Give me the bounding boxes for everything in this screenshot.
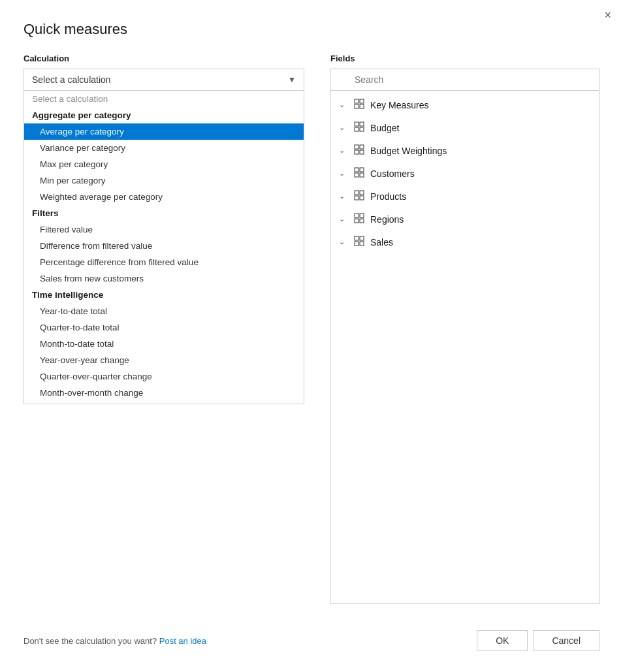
table-icon xyxy=(353,190,365,202)
svg-rect-2 xyxy=(355,104,359,108)
list-item[interactable]: Difference from filtered value xyxy=(24,238,304,254)
dropdown-value: Select a calculation xyxy=(32,74,111,85)
svg-rect-24 xyxy=(355,236,359,240)
svg-rect-0 xyxy=(355,99,359,103)
field-name: Budget Weightings xyxy=(370,146,447,156)
quick-measures-dialog: × Quick measures Calculation Select a ca… xyxy=(0,0,623,672)
list-item[interactable]: Filtered value xyxy=(24,221,304,238)
field-name: Regions xyxy=(370,214,404,225)
svg-rect-18 xyxy=(355,196,359,200)
field-item[interactable]: ⌄ Customers xyxy=(331,162,599,185)
chevron-down-icon: ⌄ xyxy=(339,146,348,155)
svg-rect-11 xyxy=(360,150,364,154)
field-name: Key Measures xyxy=(370,100,428,110)
list-item[interactable]: Max per category xyxy=(24,156,304,172)
svg-rect-7 xyxy=(360,127,364,131)
svg-rect-14 xyxy=(355,173,359,177)
footer: Don't see the calculation you want? Post… xyxy=(24,620,599,651)
calculation-panel: Calculation Select a calculation ▼ Selec… xyxy=(24,54,304,604)
post-idea-link[interactable]: Post an idea xyxy=(159,636,206,646)
field-item[interactable]: ⌄ Regions xyxy=(331,208,599,231)
fields-list: ⌄ Key Measures⌄ Budget⌄ Budget Weighting… xyxy=(330,91,599,604)
field-name: Budget xyxy=(370,123,399,133)
fields-panel: Fields 🔍 ⌄ Key Measures⌄ Budget⌄ Budget … xyxy=(330,54,599,604)
list-group-header: Filters xyxy=(24,205,304,221)
table-icon xyxy=(353,236,365,248)
svg-rect-15 xyxy=(360,173,364,177)
table-icon xyxy=(353,167,365,180)
list-item[interactable]: Average per category xyxy=(24,123,304,140)
svg-rect-21 xyxy=(360,214,364,217)
svg-rect-19 xyxy=(360,196,364,200)
list-item[interactable]: Percentage difference from filtered valu… xyxy=(24,254,304,270)
search-input[interactable] xyxy=(330,69,599,91)
list-item[interactable]: Month-over-month change xyxy=(24,385,304,401)
field-name: Customers xyxy=(370,168,415,179)
list-item[interactable]: Month-to-date total xyxy=(24,336,304,352)
calculation-dropdown[interactable]: Select a calculation ▼ xyxy=(24,69,304,91)
list-item[interactable]: Rolling average xyxy=(24,401,304,404)
footer-hint: Don't see the calculation you want? Post… xyxy=(24,636,206,646)
table-icon xyxy=(353,213,365,225)
svg-rect-3 xyxy=(360,104,364,108)
table-icon xyxy=(353,121,365,134)
dropdown-arrow-icon: ▼ xyxy=(288,75,296,84)
svg-rect-25 xyxy=(360,236,364,240)
list-item[interactable]: Quarter-to-date total xyxy=(24,319,304,336)
list-group-header: Aggregate per category xyxy=(24,107,304,123)
field-item[interactable]: ⌄ Key Measures xyxy=(331,93,599,116)
list-item[interactable]: Weighted average per category xyxy=(24,189,304,205)
calculation-label: Calculation xyxy=(24,54,304,63)
svg-rect-4 xyxy=(355,122,359,126)
table-icon xyxy=(353,99,365,111)
list-item[interactable]: Sales from new customers xyxy=(24,270,304,287)
svg-rect-13 xyxy=(360,168,364,172)
field-item[interactable]: ⌄ Budget xyxy=(331,116,599,139)
svg-rect-5 xyxy=(360,122,364,126)
list-item[interactable]: Min per category xyxy=(24,172,304,189)
svg-rect-6 xyxy=(355,127,359,131)
svg-rect-9 xyxy=(360,145,364,149)
svg-rect-26 xyxy=(355,242,359,246)
svg-rect-12 xyxy=(355,168,359,172)
list-item[interactable]: Quarter-over-quarter change xyxy=(24,368,304,385)
svg-rect-16 xyxy=(355,191,359,195)
svg-rect-27 xyxy=(360,242,364,246)
content-row: Calculation Select a calculation ▼ Selec… xyxy=(24,54,599,604)
calculation-list[interactable]: Select a calculationAggregate per catego… xyxy=(24,91,304,404)
chevron-down-icon: ⌄ xyxy=(339,238,348,246)
list-item[interactable]: Year-over-year change xyxy=(24,352,304,368)
chevron-down-icon: ⌄ xyxy=(339,169,348,178)
footer-hint-text: Don't see the calculation you want? xyxy=(24,636,157,646)
fields-label: Fields xyxy=(330,54,599,63)
chevron-down-icon: ⌄ xyxy=(339,215,348,223)
search-wrapper: 🔍 xyxy=(330,69,599,91)
chevron-down-icon: ⌄ xyxy=(339,123,348,132)
list-item[interactable]: Variance per category xyxy=(24,140,304,156)
cancel-button[interactable]: Cancel xyxy=(533,630,599,651)
field-name: Sales xyxy=(370,237,393,248)
list-group-header: Time intelligence xyxy=(24,287,304,303)
dialog-title: Quick measures xyxy=(24,21,599,38)
svg-rect-10 xyxy=(355,150,359,154)
field-item[interactable]: ⌄ Budget Weightings xyxy=(331,139,599,162)
svg-rect-23 xyxy=(360,219,364,223)
svg-rect-1 xyxy=(360,99,364,103)
chevron-down-icon: ⌄ xyxy=(339,192,348,200)
table-icon xyxy=(353,144,365,157)
close-button[interactable]: × xyxy=(604,9,611,21)
field-item[interactable]: ⌄ Sales xyxy=(331,231,599,253)
svg-rect-17 xyxy=(360,191,364,195)
svg-rect-8 xyxy=(355,145,359,149)
field-name: Products xyxy=(370,191,406,202)
svg-rect-20 xyxy=(355,214,359,217)
field-item[interactable]: ⌄ Products xyxy=(331,185,599,208)
footer-buttons: OK Cancel xyxy=(477,630,599,651)
list-placeholder[interactable]: Select a calculation xyxy=(24,91,304,107)
chevron-down-icon: ⌄ xyxy=(339,101,348,109)
svg-rect-22 xyxy=(355,219,359,223)
list-item[interactable]: Year-to-date total xyxy=(24,303,304,319)
ok-button[interactable]: OK xyxy=(477,630,528,651)
